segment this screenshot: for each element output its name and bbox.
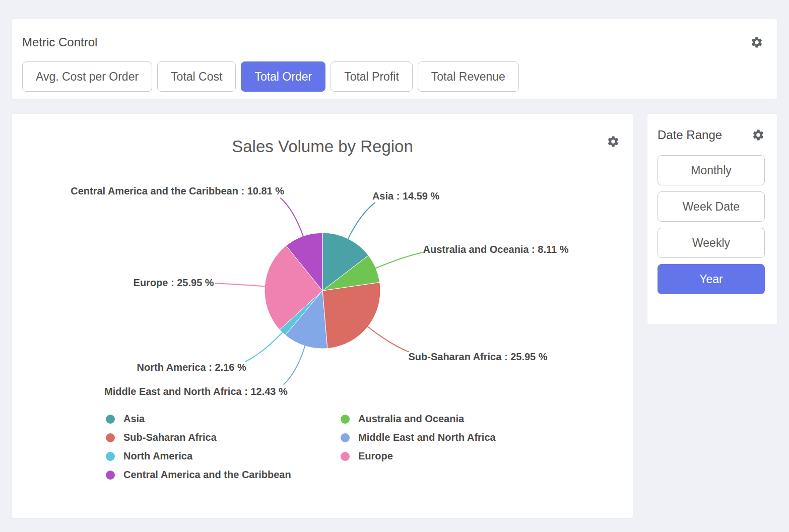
- legend-item-australia-and-oceania[interactable]: Australia and Oceania: [341, 413, 496, 425]
- legend-label: Central America and the Caribbean: [123, 469, 291, 481]
- date-range-title: Date Range: [658, 128, 722, 142]
- legend-item-sub-saharan-africa[interactable]: Sub-Saharan Africa: [106, 432, 341, 443]
- legend-item-north-america[interactable]: North America: [106, 450, 341, 462]
- date-range-header: Date Range: [658, 128, 765, 142]
- gear-icon: [750, 36, 763, 49]
- label-line-north-america: [245, 332, 282, 362]
- metric-control-title: Metric Control: [22, 35, 97, 49]
- metric-control-header: Metric Control: [22, 35, 763, 49]
- legend-dot-sub-saharan-africa: [106, 433, 115, 442]
- date-range-button-monthly[interactable]: Monthly: [658, 155, 765, 185]
- legend-label: Europe: [358, 450, 393, 462]
- legend-item-asia[interactable]: Asia: [106, 413, 341, 425]
- legend-dot-central-america-and-the-caribbean: [106, 471, 115, 480]
- pie-label-europe: Europe : 25.95 %: [134, 277, 214, 288]
- legend-label: Sub-Saharan Africa: [123, 432, 217, 443]
- pie-label-sub-saharan-africa: Sub-Saharan Africa : 25.95 %: [409, 351, 548, 362]
- legend-dot-australia-and-oceania: [341, 415, 350, 424]
- pie-label-middle-east-and-north-africa: Middle East and North Africa : 12.43 %: [104, 386, 288, 397]
- label-line-middle-east-and-north-africa: [284, 346, 305, 384]
- metric-control-panel: Metric Control Avg. Cost per OrderTotal …: [12, 19, 777, 99]
- metric-button-avg-cost-per-order[interactable]: Avg. Cost per Order: [22, 61, 152, 92]
- pie-label-central-america-and-the-caribbean: Central America and the Caribbean : 10.8…: [71, 185, 284, 196]
- legend-dot-middle-east-and-north-africa: [341, 433, 350, 442]
- metric-button-total-profit[interactable]: Total Profit: [331, 61, 413, 92]
- date-range-panel: Date Range MonthlyWeek DateWeeklyYear: [647, 114, 777, 324]
- metric-button-total-cost[interactable]: Total Cost: [157, 61, 236, 92]
- gear-icon: [752, 128, 765, 142]
- label-line-europe: [216, 283, 265, 286]
- label-line-australia-and-oceania: [376, 252, 422, 268]
- metric-buttons: Avg. Cost per OrderTotal CostTotal Order…: [22, 61, 763, 92]
- legend-label: Australia and Oceania: [358, 413, 464, 425]
- legend-label: North America: [123, 450, 192, 462]
- legend-item-central-america-and-the-caribbean[interactable]: Central America and the Caribbean: [106, 469, 341, 481]
- label-line-sub-saharan-africa: [368, 326, 409, 352]
- legend-dot-europe: [341, 452, 350, 461]
- label-line-central-america-and-the-caribbean: [281, 198, 303, 236]
- page: { "page": { "background": "#F0F1F6", "ca…: [0, 0, 789, 532]
- legend-dot-asia: [106, 415, 115, 424]
- date-range-buttons: MonthlyWeek DateWeeklyYear: [658, 155, 765, 294]
- legend-label: Asia: [123, 413, 145, 425]
- date-range-button-year[interactable]: Year: [658, 264, 765, 294]
- pie-label-australia-and-oceania: Australia and Oceania : 8.11 %: [423, 244, 568, 255]
- metric-button-total-revenue[interactable]: Total Revenue: [418, 61, 519, 92]
- date-range-button-week-date[interactable]: Week Date: [658, 191, 765, 222]
- chart-legend: AsiaAustralia and OceaniaSub-Saharan Afr…: [106, 413, 496, 481]
- chart-panel: Sales Volume by Region Asia : 14.59 %Aus…: [12, 114, 633, 518]
- legend-label: Middle East and North Africa: [358, 432, 496, 443]
- pie-label-asia: Asia : 14.59 %: [372, 190, 439, 202]
- metric-button-total-order[interactable]: Total Order: [241, 61, 325, 92]
- pie-slice-sub-saharan-africa[interactable]: [322, 282, 380, 348]
- label-line-asia: [348, 203, 375, 239]
- legend-dot-north-america: [106, 452, 115, 461]
- legend-item-europe[interactable]: Europe: [341, 450, 496, 462]
- metric-settings-button[interactable]: [750, 36, 763, 49]
- date-range-settings-button[interactable]: [752, 128, 765, 142]
- legend-item-middle-east-and-north-africa[interactable]: Middle East and North Africa: [341, 432, 496, 443]
- pie-label-north-america: North America : 2.16 %: [137, 361, 246, 373]
- date-range-button-weekly[interactable]: Weekly: [658, 228, 765, 258]
